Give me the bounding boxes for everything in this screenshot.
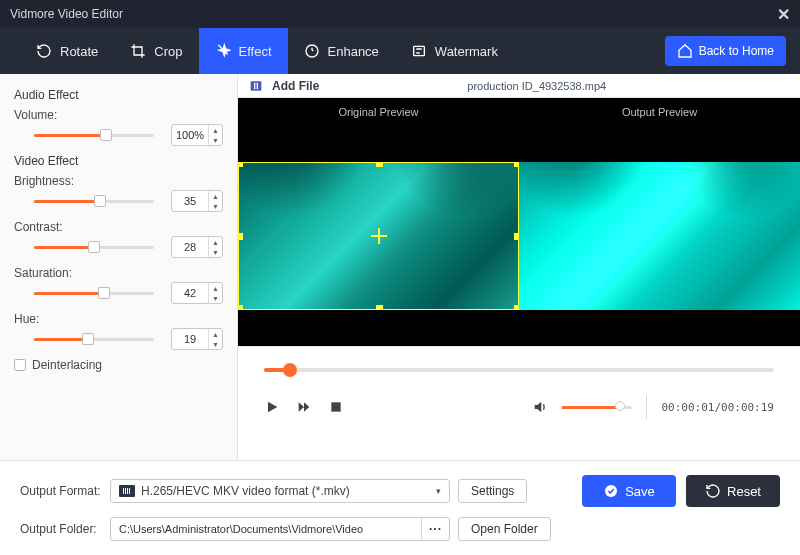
timeline-slider[interactable]: [264, 363, 774, 377]
tab-rotate[interactable]: Rotate: [20, 28, 114, 74]
tab-effect-label: Effect: [239, 44, 272, 59]
tab-enhance-label: Enhance: [328, 44, 379, 59]
toolbar: Rotate Crop Effect Enhance Watermark Bac…: [0, 28, 800, 74]
brightness-slider[interactable]: [14, 194, 163, 208]
original-preview-pane[interactable]: [238, 126, 519, 346]
preview-area: Add File production ID_4932538.mp4 Origi…: [238, 74, 800, 460]
crop-icon: [130, 43, 146, 59]
volume-spinbox[interactable]: 100%▲▼: [171, 124, 223, 146]
checkbox-icon: [14, 359, 26, 371]
audio-section-header: Audio Effect: [14, 88, 223, 102]
saturation-label: Saturation:: [14, 266, 223, 280]
chevron-down-icon[interactable]: ▼: [209, 293, 222, 303]
chevron-up-icon[interactable]: ▲: [209, 191, 222, 201]
tab-effect[interactable]: Effect: [199, 28, 288, 74]
output-format-label: Output Format:: [20, 484, 102, 498]
output-format-select[interactable]: H.265/HEVC MKV video format (*.mkv) ▾: [110, 479, 450, 503]
saturation-spinbox[interactable]: 42▲▼: [171, 282, 223, 304]
output-folder-input[interactable]: C:\Users\Administrator\Documents\Vidmore…: [110, 517, 450, 541]
format-icon: [119, 485, 135, 497]
tab-crop[interactable]: Crop: [114, 28, 198, 74]
reset-label: Reset: [727, 484, 761, 499]
tab-rotate-label: Rotate: [60, 44, 98, 59]
chevron-down-icon[interactable]: ▼: [209, 201, 222, 211]
enhance-icon: [304, 43, 320, 59]
watermark-icon: [411, 43, 427, 59]
titlebar: Vidmore Video Editor ✕: [0, 0, 800, 28]
back-home-label: Back to Home: [699, 44, 774, 58]
brightness-label: Brightness:: [14, 174, 223, 188]
close-icon[interactable]: ✕: [777, 5, 790, 24]
effects-sidebar: Audio Effect Volume: 100%▲▼ Video Effect…: [0, 74, 238, 460]
tab-crop-label: Crop: [154, 44, 182, 59]
hue-slider[interactable]: [14, 332, 163, 346]
output-preview-pane: [519, 126, 800, 346]
tab-enhance[interactable]: Enhance: [288, 28, 395, 74]
chevron-up-icon[interactable]: ▲: [209, 125, 222, 135]
output-preview-header: Output Preview: [519, 98, 800, 126]
svg-point-0: [306, 45, 318, 57]
svg-rect-2: [251, 81, 262, 90]
hue-label: Hue:: [14, 312, 223, 326]
volume-slider[interactable]: [14, 128, 163, 142]
output-format-value: H.265/HEVC MKV video format (*.mkv): [141, 484, 350, 498]
tab-watermark-label: Watermark: [435, 44, 498, 59]
chevron-down-icon: ▾: [436, 486, 441, 496]
chevron-up-icon[interactable]: ▲: [209, 329, 222, 339]
saturation-slider[interactable]: [14, 286, 163, 300]
open-folder-button[interactable]: Open Folder: [458, 517, 551, 541]
timecode: 00:00:01/00:00:19: [661, 401, 774, 414]
timeline-thumb[interactable]: [283, 363, 297, 377]
chevron-up-icon[interactable]: ▲: [209, 237, 222, 247]
add-file-button[interactable]: Add File: [272, 79, 319, 93]
output-folder-value: C:\Users\Administrator\Documents\Vidmore…: [111, 523, 421, 535]
playback-controls: 00:00:01/00:00:19: [238, 346, 800, 460]
deinterlacing-checkbox[interactable]: Deinterlacing: [14, 358, 223, 372]
playback-volume-slider[interactable]: [562, 402, 632, 412]
save-label: Save: [625, 484, 655, 499]
volume-icon[interactable]: [532, 399, 548, 415]
settings-button[interactable]: Settings: [458, 479, 527, 503]
contrast-slider[interactable]: [14, 240, 163, 254]
contrast-label: Contrast:: [14, 220, 223, 234]
divider: [646, 395, 647, 419]
original-preview-header: Original Preview: [238, 98, 519, 126]
app-title: Vidmore Video Editor: [10, 7, 123, 21]
chevron-down-icon[interactable]: ▼: [209, 339, 222, 349]
brightness-spinbox[interactable]: 35▲▼: [171, 190, 223, 212]
chevron-up-icon[interactable]: ▲: [209, 283, 222, 293]
add-file-bar: Add File production ID_4932538.mp4: [238, 74, 800, 98]
fast-forward-icon[interactable]: [296, 399, 312, 415]
hue-spinbox[interactable]: 19▲▼: [171, 328, 223, 350]
home-icon: [677, 43, 693, 59]
effect-icon: [215, 43, 231, 59]
deinterlacing-label: Deinterlacing: [32, 358, 102, 372]
save-button[interactable]: Save: [582, 475, 676, 507]
browse-button[interactable]: ···: [421, 518, 449, 540]
chevron-down-icon[interactable]: ▼: [209, 247, 222, 257]
volume-label: Volume:: [14, 108, 223, 122]
rotate-icon: [36, 43, 52, 59]
output-folder-label: Output Folder:: [20, 522, 102, 536]
chevron-down-icon[interactable]: ▼: [209, 135, 222, 145]
reset-icon: [705, 483, 721, 499]
svg-rect-1: [414, 46, 425, 55]
play-icon[interactable]: [264, 399, 280, 415]
add-file-icon[interactable]: [248, 78, 264, 94]
reset-button[interactable]: Reset: [686, 475, 780, 507]
check-circle-icon: [603, 483, 619, 499]
stop-icon[interactable]: [328, 399, 344, 415]
current-filename: production ID_4932538.mp4: [467, 80, 606, 92]
tab-watermark[interactable]: Watermark: [395, 28, 514, 74]
contrast-spinbox[interactable]: 28▲▼: [171, 236, 223, 258]
video-section-header: Video Effect: [14, 154, 223, 168]
back-home-button[interactable]: Back to Home: [665, 36, 786, 66]
bottom-panel: Output Format: H.265/HEVC MKV video form…: [0, 460, 800, 554]
svg-rect-3: [331, 402, 340, 411]
